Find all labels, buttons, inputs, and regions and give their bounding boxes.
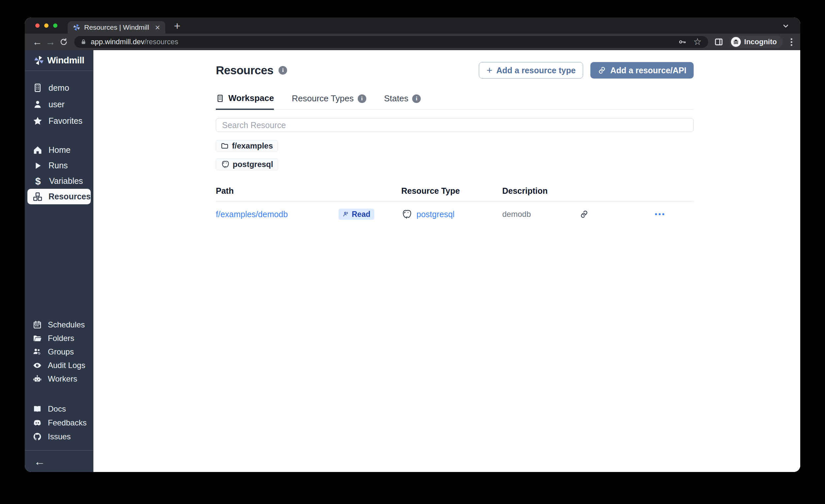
tab-title: Resources | Windmill	[84, 23, 151, 31]
sidebar-item-label: Docs	[48, 404, 66, 414]
table-row: f/examples/demodb Read	[216, 201, 694, 227]
resource-path-link[interactable]: f/examples/demodb	[216, 210, 339, 219]
table-header: Path Resource Type Description	[216, 186, 694, 201]
sidebar-item-groups[interactable]: Groups	[27, 345, 91, 358]
permission-badge: Read	[339, 209, 374, 220]
filter-chip-folder[interactable]: f/examples	[216, 140, 278, 152]
plus-icon: +	[486, 65, 493, 75]
column-header-description: Description	[502, 186, 580, 196]
zoom-window-button[interactable]	[53, 23, 57, 28]
sidebar-item-variables[interactable]: $ Variables	[27, 173, 91, 189]
star-icon	[33, 116, 43, 126]
address-bar[interactable]: app.windmill.dev/resources ☆	[74, 36, 708, 48]
folder-open-icon	[33, 334, 42, 343]
sidebar-item-label: Audit Logs	[48, 361, 85, 370]
tab-label: Workspace	[228, 93, 274, 103]
chevron-down-icon[interactable]	[782, 22, 790, 30]
sidebar-item-label: Groups	[48, 347, 74, 356]
windmill-brand[interactable]: Windmill	[25, 50, 93, 71]
sidebar-item-workers[interactable]: Workers	[27, 372, 91, 385]
sidebar-item-docs[interactable]: Docs	[27, 402, 91, 416]
folder-icon	[221, 142, 229, 150]
info-icon[interactable]: i	[279, 66, 287, 75]
tab-workspace[interactable]: Workspace	[216, 93, 274, 110]
sidebar-item-issues[interactable]: Issues	[27, 430, 91, 444]
sidebar-item-user[interactable]: user	[27, 96, 91, 113]
minimize-window-button[interactable]	[44, 23, 49, 28]
url-text: app.windmill.dev/resources	[91, 38, 674, 46]
column-header-path: Path	[216, 186, 339, 196]
url-path: /resources	[145, 38, 178, 46]
forward-icon[interactable]: →	[44, 37, 57, 47]
close-tab-icon[interactable]: ×	[155, 23, 160, 32]
add-resource-type-button[interactable]: + Add a resource type	[479, 62, 583, 79]
sidebar-item-feedbacks[interactable]: Feedbacks	[27, 416, 91, 430]
dollar-icon: $	[33, 175, 43, 187]
resource-type-link[interactable]: postgresql	[417, 210, 454, 219]
sidebar-item-label: Feedbacks	[48, 418, 86, 427]
search-input[interactable]	[216, 118, 694, 132]
link-icon	[598, 66, 606, 75]
sidebar-item-label: user	[49, 100, 65, 109]
collapse-sidebar-icon[interactable]: ←	[34, 456, 45, 467]
incognito-badge[interactable]: Incognito	[729, 35, 783, 48]
close-window-button[interactable]	[35, 23, 40, 28]
tab-strip: Resources | Windmill × +	[25, 17, 800, 34]
column-header-resource-type: Resource Type	[401, 186, 502, 196]
sidebar-footer: ←	[25, 450, 93, 472]
sidebar-item-label: Issues	[48, 432, 71, 441]
tab-states[interactable]: States i	[384, 93, 421, 109]
tab-resource-types[interactable]: Resource Types i	[292, 93, 366, 109]
sidebar-item-label: demo	[49, 83, 69, 93]
reload-icon[interactable]	[57, 38, 70, 46]
page-title: Resources	[216, 64, 273, 77]
tab-label: States	[384, 93, 408, 103]
sidebar-item-home[interactable]: Home	[27, 142, 91, 158]
browser-tab[interactable]: Resources | Windmill ×	[68, 21, 165, 34]
filter-chip-postgresql[interactable]: postgresql	[216, 158, 278, 170]
sidebar-item-workspace-demo[interactable]: demo	[27, 80, 91, 96]
info-icon[interactable]: i	[412, 94, 421, 103]
postgresql-icon	[221, 160, 229, 169]
main-content: Resources i + Add a resource type	[93, 50, 800, 472]
sidebar-item-favorites[interactable]: Favorites	[27, 113, 91, 129]
browser-window: Resources | Windmill × + ← → app.windmil…	[25, 17, 800, 472]
side-panel-icon[interactable]	[714, 37, 723, 47]
sidebar-item-label: Home	[49, 145, 71, 155]
info-icon[interactable]: i	[358, 94, 366, 103]
sidebar-item-schedules[interactable]: Schedules	[27, 318, 91, 332]
bookmark-star-icon[interactable]: ☆	[693, 37, 701, 47]
incognito-label: Incognito	[744, 38, 777, 46]
sidebar-item-resources[interactable]: Resources	[27, 189, 91, 204]
sidebar: Windmill demo	[25, 50, 93, 472]
sidebar-item-audit-logs[interactable]: Audit Logs	[27, 358, 91, 372]
groups-icon	[33, 347, 42, 356]
sidebar-divider	[25, 71, 93, 71]
brand-name: Windmill	[47, 55, 84, 66]
add-resource-api-button[interactable]: Add a resource/API	[590, 62, 694, 79]
back-icon[interactable]: ←	[31, 37, 44, 47]
row-menu-icon[interactable]	[655, 213, 694, 215]
toolbar-right: Incognito	[714, 35, 794, 48]
resources-table: Path Resource Type Description f/example…	[216, 186, 694, 227]
sidebar-item-label: Workers	[48, 374, 77, 383]
discord-icon	[33, 418, 42, 427]
tab-label: Resource Types	[292, 93, 354, 103]
sidebar-item-label: Favorites	[49, 116, 82, 126]
windmill-favicon	[73, 24, 80, 31]
play-icon	[33, 161, 43, 171]
user-icon	[33, 99, 43, 109]
book-icon	[33, 404, 42, 414]
url-host: app.windmill.dev	[91, 38, 145, 46]
sidebar-item-label: Resources	[49, 192, 91, 201]
new-tab-icon[interactable]: +	[174, 20, 180, 31]
copy-link-cell	[580, 210, 655, 219]
browser-menu-icon[interactable]	[789, 38, 794, 46]
windmill-logo-icon	[34, 56, 44, 65]
postgresql-icon	[401, 209, 412, 219]
sidebar-item-runs[interactable]: Runs	[27, 158, 91, 173]
sidebar-item-folders[interactable]: Folders	[27, 332, 91, 345]
key-icon[interactable]	[678, 38, 687, 46]
browser-toolbar: ← → app.windmill.dev/resources ☆	[25, 34, 800, 50]
link-icon[interactable]	[580, 210, 589, 219]
